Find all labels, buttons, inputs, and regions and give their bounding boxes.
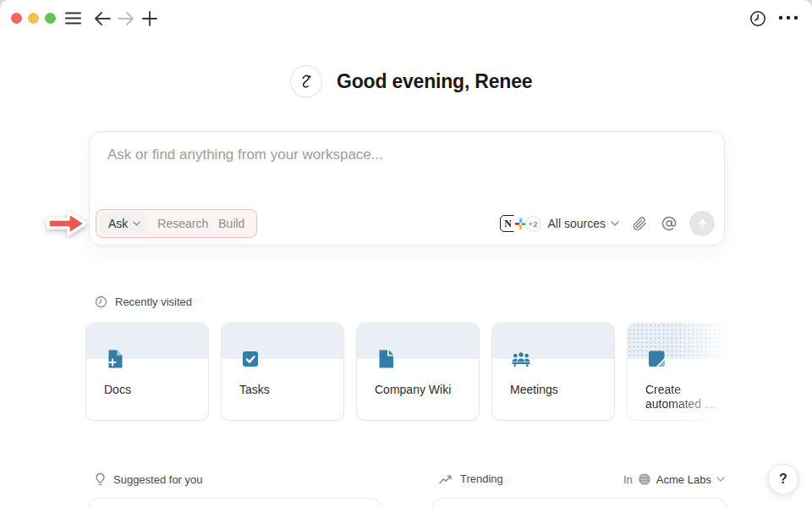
recently-visited-header: Recently visited bbox=[95, 295, 192, 308]
minimize-window-button[interactable] bbox=[28, 13, 39, 24]
all-sources-label: All sources bbox=[548, 217, 606, 230]
mode-ask-button[interactable]: Ask bbox=[100, 213, 147, 235]
ask-box: Ask Research Build N +2 All bbox=[89, 131, 725, 246]
meeting-people-icon bbox=[510, 348, 532, 370]
card-meetings[interactable]: Meetings bbox=[491, 323, 615, 421]
mode-switcher: Ask Research Build bbox=[96, 209, 257, 238]
card-docs[interactable]: Docs bbox=[85, 323, 209, 421]
trending-icon bbox=[439, 474, 453, 484]
sources-button[interactable]: N +2 All sources bbox=[500, 215, 633, 232]
page-title: Good evening, Renee bbox=[337, 70, 532, 93]
workspace-prefix: In bbox=[623, 473, 633, 486]
workspace-filter[interactable]: In Acme Labs bbox=[623, 472, 725, 486]
globe-icon bbox=[638, 472, 651, 486]
card-label: Meetings bbox=[510, 383, 605, 397]
back-icon[interactable] bbox=[94, 12, 111, 25]
recently-visited-cards: Docs Tasks Company Wiki bbox=[85, 323, 750, 421]
task-check-icon bbox=[239, 348, 261, 370]
card-create-automated[interactable]: Create automated … bbox=[627, 323, 750, 421]
chevron-down-icon bbox=[716, 477, 725, 482]
trending-card-stub[interactable] bbox=[431, 498, 727, 508]
mention-icon[interactable] bbox=[661, 216, 677, 231]
section-title: Trending bbox=[460, 472, 503, 485]
clock-icon bbox=[95, 295, 107, 308]
help-button[interactable]: ? bbox=[768, 464, 798, 494]
close-window-button[interactable] bbox=[11, 13, 22, 24]
more-icon[interactable] bbox=[778, 15, 798, 20]
extra-sources-badge: +2 bbox=[525, 216, 541, 232]
notion-face-icon bbox=[290, 65, 322, 97]
send-button[interactable] bbox=[689, 211, 715, 236]
mode-ask-label: Ask bbox=[108, 217, 128, 230]
suggested-header: Suggested for you bbox=[95, 472, 203, 487]
history-icon[interactable] bbox=[749, 10, 766, 27]
doc-plus-icon bbox=[104, 348, 126, 370]
template-icon bbox=[645, 348, 667, 370]
page-icon bbox=[375, 348, 397, 370]
card-label: Create automated … bbox=[645, 383, 740, 411]
ask-toolbar: N +2 All sources bbox=[500, 211, 715, 236]
lightbulb-icon bbox=[95, 472, 106, 487]
arrow-up-icon bbox=[696, 218, 709, 230]
mode-research-button[interactable]: Research bbox=[157, 217, 208, 230]
section-title: Recently visited bbox=[115, 295, 192, 308]
zoom-window-button[interactable] bbox=[45, 13, 56, 24]
new-tab-icon[interactable] bbox=[141, 10, 158, 27]
section-title: Suggested for you bbox=[113, 473, 203, 486]
menu-icon[interactable] bbox=[65, 12, 81, 25]
suggested-card-stub[interactable] bbox=[88, 498, 382, 508]
annotation-arrow bbox=[45, 208, 89, 242]
chevron-down-icon bbox=[611, 221, 619, 226]
workspace-name: Acme Labs bbox=[656, 473, 711, 486]
forward-icon[interactable] bbox=[118, 12, 134, 25]
card-label: Docs bbox=[104, 383, 199, 397]
trending-header: Trending bbox=[439, 472, 503, 485]
card-tasks[interactable]: Tasks bbox=[221, 323, 344, 421]
chevron-down-icon bbox=[133, 221, 140, 226]
ask-input[interactable] bbox=[107, 146, 700, 163]
card-company-wiki[interactable]: Company Wiki bbox=[356, 323, 480, 421]
attach-icon[interactable] bbox=[633, 217, 647, 231]
card-label: Tasks bbox=[239, 383, 334, 397]
mode-build-button[interactable]: Build bbox=[218, 217, 244, 230]
card-label: Company Wiki bbox=[375, 383, 469, 397]
app-window: Good evening, Renee Ask Research Build N bbox=[0, 0, 812, 508]
traffic-lights bbox=[11, 13, 56, 24]
